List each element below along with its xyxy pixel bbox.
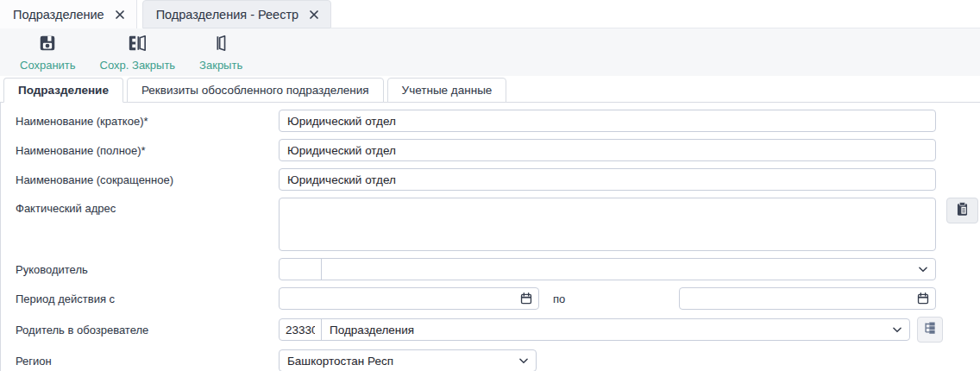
name-full-input[interactable] [279,139,936,161]
period-controls: по [279,287,936,310]
chevron-down-icon[interactable] [911,263,935,275]
tabbar-filler [331,0,980,28]
toolbar: Сохранить Сохр. Закрыть Закрыть [0,28,980,76]
calendar-icon[interactable] [911,292,935,305]
name-abbr-input[interactable] [279,168,936,191]
clipboard-icon [954,201,971,221]
save-close-button[interactable]: Сохр. Закрыть [89,31,187,74]
door-icon [212,34,229,56]
parent-value: Подразделения [322,324,885,336]
form-row: Фактический адрес [16,198,980,251]
period-from-label: Период действия с [16,292,279,305]
window-tab-label: Подразделения - Реестр [156,8,298,22]
period-to-input[interactable] [680,289,911,308]
address-label: Фактический адрес [16,198,279,215]
tab-uchetnye-dannye[interactable]: Учетные данные [387,78,507,103]
window-tab-label: Подразделение [13,8,104,22]
form-row: Наименование (сокращенное) [16,168,980,191]
form-row: Наименование (полное)* [16,139,980,161]
period-to-label: по [553,292,565,305]
manager-label: Руководитель [16,262,279,276]
floppy-icon [38,34,57,56]
parent-label: Родитель в обозревателе [16,323,279,336]
name-short-label: Наименование (краткое)* [16,114,279,128]
manager-combo[interactable] [279,258,936,280]
region-label: Регион [16,354,279,368]
calendar-icon[interactable] [514,292,538,305]
form-row: Родитель в обозревателе Подразделения [16,317,980,343]
form-row: Регион Башкортостан Респ [16,349,980,371]
parent-tree-button[interactable] [917,317,943,343]
form-panel: Наименование (краткое)* Наименование (по… [0,102,980,371]
period-from-input[interactable] [280,289,514,308]
form-row: Период действия с по [16,287,980,310]
name-abbr-label: Наименование (сокращенное) [16,173,279,186]
close-icon[interactable] [309,9,319,20]
tab-rekvizity[interactable]: Реквизиты обособленного подразделения [127,78,384,103]
name-short-input[interactable] [279,110,936,132]
save-button[interactable]: Сохранить [9,31,87,74]
address-textarea[interactable] [279,198,936,251]
parent-combo[interactable]: Подразделения [279,318,910,341]
form-tabs: Подразделение Реквизиты обособленного по… [0,76,980,102]
region-value: Башкортостан Респ [280,355,512,368]
save-close-icon [127,34,148,56]
parent-code-input[interactable] [280,319,322,340]
window-tab-podrazdelenie[interactable]: Подразделение [0,0,137,28]
period-from-datebox[interactable] [279,287,539,310]
hierarchy-tree-icon [922,320,938,339]
window-tabbar: Подразделение Подразделения - Реестр [0,0,980,28]
form-row: Наименование (краткое)* [16,110,980,132]
name-full-label: Наименование (полное)* [16,143,279,157]
window-tab-reestr[interactable]: Подразделения - Реестр [142,0,331,28]
manager-code-input[interactable] [280,259,322,280]
close-icon[interactable] [115,9,125,20]
address-clipboard-button[interactable] [946,198,978,223]
tab-podrazdelenie[interactable]: Подразделение [3,78,123,103]
close-button[interactable]: Закрыть [188,31,254,74]
region-select[interactable]: Башкортостан Респ [279,349,537,371]
form-row: Руководитель [16,258,980,280]
period-to-datebox[interactable] [679,287,936,310]
chevron-down-icon[interactable] [512,355,536,367]
close-button-label: Закрыть [199,59,242,72]
save-button-label: Сохранить [20,59,76,72]
chevron-down-icon[interactable] [885,324,909,336]
save-close-button-label: Сохр. Закрыть [100,59,176,72]
